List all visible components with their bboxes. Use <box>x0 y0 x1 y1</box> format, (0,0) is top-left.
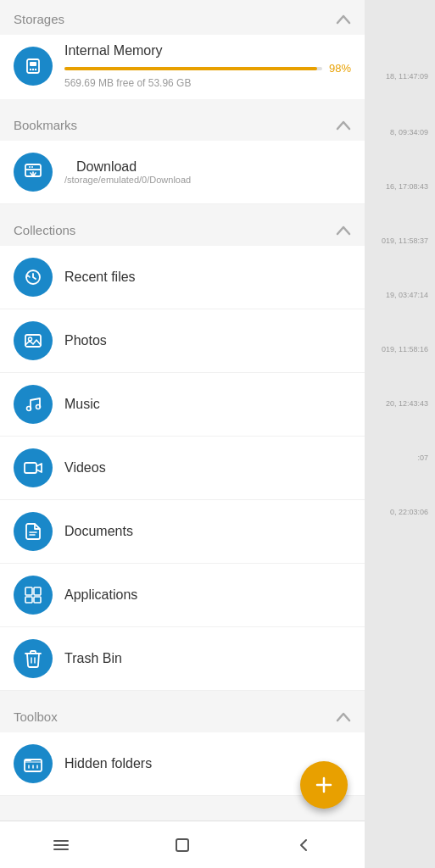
bookmarks-header: Bookmarks <box>0 106 365 141</box>
photos-label: Photos <box>64 333 107 348</box>
download-info: Download /storage/emulated/0/Download <box>64 159 191 185</box>
timestamp-5: 19, 03:47:14 <box>365 291 435 299</box>
music-item[interactable]: Music <box>0 373 365 437</box>
download-path: /storage/emulated/0/Download <box>64 175 191 185</box>
download-icon-circle <box>14 153 53 192</box>
storage-progress-fill <box>64 67 317 70</box>
recent-files-label: Recent files <box>64 270 136 285</box>
right-panel: 18, 11:47:09 8, 09:34:09 16, 17:08:43 01… <box>365 0 435 868</box>
nav-recent-btn[interactable] <box>36 828 86 862</box>
svg-rect-19 <box>34 597 41 603</box>
svg-point-13 <box>27 407 31 411</box>
storages-chevron-icon[interactable] <box>336 14 351 25</box>
internal-memory-item[interactable]: Internal Memory 98% 569.69 MB free of 53… <box>0 35 365 99</box>
storage-name: Internal Memory <box>64 43 351 58</box>
videos-icon-circle <box>14 448 53 487</box>
applications-item[interactable]: Applications <box>0 564 365 627</box>
storage-info: Internal Memory 98% 569.69 MB free of 53… <box>64 43 351 89</box>
timestamp-1: 18, 11:47:09 <box>365 72 435 81</box>
trash-bin-label: Trash Bin <box>64 651 122 666</box>
timestamp-2: 8, 09:34:09 <box>365 128 435 136</box>
documents-item[interactable]: Documents <box>0 500 365 564</box>
timestamp-6: 019, 11:58:16 <box>365 345 435 353</box>
svg-point-2 <box>30 69 31 70</box>
music-icon-circle <box>14 385 53 424</box>
svg-rect-21 <box>34 587 41 595</box>
recent-files-item[interactable]: Recent files <box>0 246 365 309</box>
music-label: Music <box>64 397 100 412</box>
storages-title: Storages <box>14 12 64 26</box>
svg-rect-1 <box>30 62 36 66</box>
videos-item[interactable]: Videos <box>0 437 365 500</box>
svg-point-3 <box>32 69 34 70</box>
bottom-nav <box>0 821 365 868</box>
documents-icon-circle <box>14 512 53 551</box>
storage-sub: 569.69 MB free of 53.96 GB <box>64 77 351 89</box>
photos-item[interactable]: Photos <box>0 309 365 373</box>
toolbox-title: Toolbox <box>14 709 58 724</box>
nav-home-btn[interactable] <box>157 828 208 862</box>
timestamp-3: 16, 17:08:43 <box>365 182 435 191</box>
fab-add-button[interactable] <box>300 761 348 809</box>
download-name: Download <box>76 159 191 175</box>
svg-rect-32 <box>176 839 188 851</box>
download-item[interactable]: Download /storage/emulated/0/Download <box>0 141 365 204</box>
svg-point-14 <box>36 405 41 409</box>
storage-icon <box>14 47 53 86</box>
applications-icon-circle <box>14 576 53 615</box>
nav-back-btn[interactable] <box>278 828 329 862</box>
toolbox-header: Toolbox <box>0 698 365 732</box>
hidden-folders-icon-circle <box>14 744 53 783</box>
trash-bin-item[interactable]: Trash Bin <box>0 627 365 691</box>
applications-label: Applications <box>64 587 137 603</box>
toolbox-chevron-icon[interactable] <box>336 712 351 722</box>
hidden-folders-label: Hidden folders <box>64 756 152 771</box>
bookmarks-title: Bookmarks <box>14 118 77 132</box>
timestamp-7: 20, 12:43:43 <box>365 399 435 408</box>
videos-label: Videos <box>64 460 106 476</box>
timestamp-9: 0, 22:03:06 <box>365 508 435 516</box>
collections-header: Collections <box>0 211 365 246</box>
timestamp-4: 019, 11:58:37 <box>365 236 435 245</box>
trash-bin-icon-circle <box>14 639 53 678</box>
storages-header: Storages <box>0 0 365 35</box>
recent-files-icon-circle <box>14 258 53 297</box>
storage-percent: 98% <box>329 62 351 75</box>
svg-rect-11 <box>25 335 41 347</box>
svg-rect-18 <box>25 597 32 603</box>
documents-label: Documents <box>64 524 133 539</box>
storage-progress-bar <box>64 67 322 70</box>
timestamp-8: :07 <box>365 453 435 462</box>
svg-rect-15 <box>25 463 36 473</box>
svg-rect-20 <box>25 587 32 595</box>
bookmarks-chevron-icon[interactable] <box>336 120 351 131</box>
timestamps-container: 18, 11:47:09 8, 09:34:09 16, 17:08:43 01… <box>365 0 435 516</box>
photos-icon-circle <box>14 321 53 360</box>
svg-point-4 <box>35 69 36 70</box>
collections-title: Collections <box>14 223 75 237</box>
collections-chevron-icon[interactable] <box>336 225 351 236</box>
